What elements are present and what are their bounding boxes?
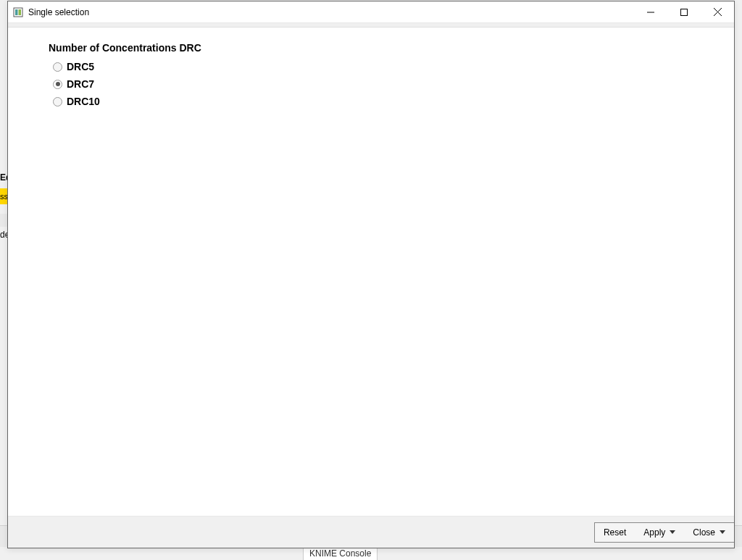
minimize-icon: [647, 9, 654, 16]
dialog-window: Single selection Number of Conce: [7, 1, 735, 548]
dialog-content: Number of Concentrations DRC DRC5 DRC7 D…: [8, 28, 734, 516]
svg-rect-1: [15, 9, 18, 15]
radio-button-icon: [53, 80, 62, 89]
radio-label: DRC5: [67, 61, 94, 72]
window-controls: [634, 1, 734, 22]
maximize-button[interactable]: [667, 1, 701, 22]
close-icon: [714, 8, 722, 16]
window-title: Single selection: [28, 7, 634, 17]
radio-option-drc5[interactable]: DRC5: [53, 61, 734, 72]
reset-button[interactable]: Reset: [595, 523, 635, 542]
radio-group-label: Number of Concentrations DRC: [49, 42, 734, 54]
svg-rect-4: [681, 9, 688, 15]
close-window-button[interactable]: [701, 1, 734, 22]
radio-label: DRC10: [67, 96, 100, 107]
app-icon: [12, 7, 24, 18]
radio-button-icon: [53, 62, 62, 72]
svg-rect-2: [19, 9, 22, 15]
minimize-button[interactable]: [634, 1, 667, 22]
radio-button-icon: [53, 97, 62, 106]
radio-option-drc10[interactable]: DRC10: [53, 96, 734, 107]
titlebar: Single selection: [8, 1, 734, 23]
close-button[interactable]: Close: [684, 523, 734, 542]
maximize-icon: [680, 9, 688, 16]
close-button-label: Close: [693, 527, 715, 538]
radio-label: DRC7: [67, 78, 94, 90]
svg-rect-0: [14, 8, 22, 17]
chevron-down-icon: [720, 530, 725, 534]
radio-group: DRC5 DRC7 DRC10: [49, 61, 734, 107]
reset-button-label: Reset: [604, 527, 626, 538]
radio-selected-dot: [56, 82, 60, 86]
button-group: Reset Apply Close: [594, 522, 734, 543]
dialog-button-bar: Reset Apply Close: [8, 516, 734, 548]
apply-button-label: Apply: [643, 527, 665, 538]
apply-button[interactable]: Apply: [635, 523, 684, 542]
chevron-down-icon: [670, 530, 675, 534]
background-gray-row: [0, 214, 7, 227]
background-highlight-row: ss: [0, 188, 7, 204]
radio-option-drc7[interactable]: DRC7: [53, 78, 734, 90]
